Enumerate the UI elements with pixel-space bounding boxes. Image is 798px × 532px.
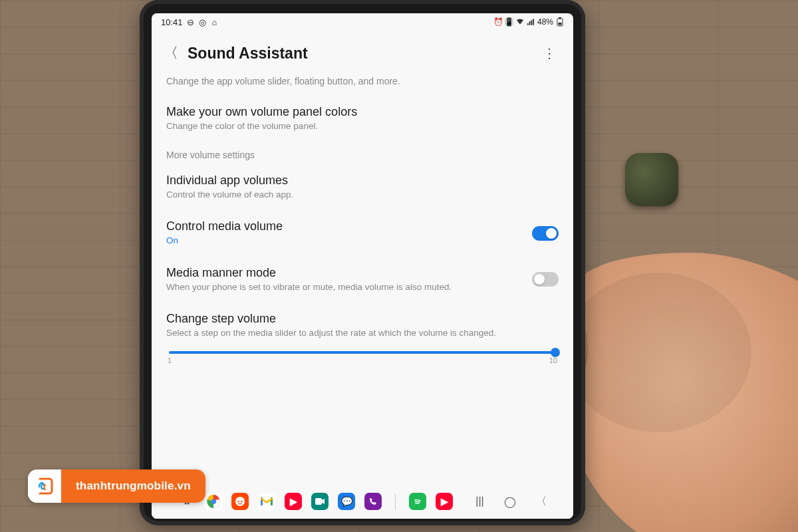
svg-rect-9 [315,498,322,505]
row-subtitle: Select a step on the media slider to adj… [166,327,559,339]
row-title: Make your own volume panel colors [166,105,559,119]
back-button[interactable]: 〈 [164,43,178,63]
truncated-row-text: Change the app volume slider, floating b… [166,73,559,96]
tablet-device: 10:41 ⊖ ◎ ⌂ ⏰ 📳 48% 〈 [140,0,585,525]
dock-duo-icon[interactable] [311,493,329,510]
section-header-more-volume: More volume settings [166,142,559,164]
nav-recents-button[interactable]: ||| [475,495,483,507]
watermark: t thanhtrungmobile.vn [28,469,205,503]
row-subtitle: Change the color of the volume panel. [166,120,559,132]
svg-point-7 [238,501,239,502]
dock-reddit-icon[interactable] [231,493,249,510]
row-title: Media manner mode [166,266,519,280]
dock-spotify-icon[interactable] [409,493,426,510]
app-header: 〈 Sound Assistant ⋮ [152,31,573,73]
watermark-logo: t [28,469,61,503]
step-volume-slider[interactable] [169,351,556,354]
taskbar: ⠿ ▶ 💬 ▶ ||| ◯ [152,484,573,519]
dock-chrome-icon[interactable] [205,493,222,510]
dock-youtube-recent-icon[interactable]: ▶ [436,493,453,510]
status-battery: 48% [537,17,553,27]
row-title: Change step volume [166,312,559,326]
svg-point-0 [565,273,751,432]
row-subtitle: When your phone is set to vibrate or mut… [166,281,519,293]
watermark-text: thanhtrungmobile.vn [61,469,205,503]
row-change-step-volume: Change step volume Select a step on the … [166,303,559,368]
slider-thumb[interactable] [551,348,560,357]
nav-back-button[interactable]: 〈 [536,495,547,509]
status-bar: 10:41 ⊖ ◎ ⌂ ⏰ 📳 48% [152,13,573,31]
row-control-media-volume[interactable]: Control media volume On [166,210,559,256]
earbud-case [625,153,678,206]
screen: 10:41 ⊖ ◎ ⌂ ⏰ 📳 48% 〈 [152,13,573,519]
row-subtitle: Control the volume of each app. [166,189,559,201]
overflow-menu-button[interactable]: ⋮ [537,43,561,64]
settings-list[interactable]: Change the app volume slider, floating b… [152,73,573,484]
slider-max-label: 10 [549,356,557,364]
status-battery-icon [556,18,564,26]
status-dnd-icon: ⊖ [187,18,195,26]
status-signal-icon [527,18,535,26]
svg-rect-3 [559,23,562,25]
status-record-icon: ◎ [199,18,207,26]
dock-viber-icon[interactable] [364,493,382,510]
slider-min-label: 1 [168,356,172,364]
row-title: Individual app volumes [166,174,559,188]
svg-text:t: t [43,481,47,492]
status-home-icon: ⌂ [211,18,219,26]
dock-gmail-icon[interactable] [258,493,275,510]
page-title: Sound Assistant [188,45,537,63]
svg-point-8 [241,501,243,502]
svg-point-6 [235,497,245,506]
row-subtitle: On [166,235,519,247]
toggle-media-manner[interactable] [532,272,559,287]
row-individual-app-volumes[interactable]: Individual app volumes Control the volum… [166,164,559,210]
status-vibrate-icon: 📳 [505,18,513,26]
status-time: 10:41 [161,17,183,27]
row-title: Control media volume [166,219,519,233]
dock-youtube-icon[interactable]: ▶ [285,493,302,510]
row-media-manner-mode[interactable]: Media manner mode When your phone is set… [166,257,559,303]
status-wifi-icon [516,18,524,26]
row-volume-panel-colors[interactable]: Make your own volume panel colors Change… [166,96,559,142]
dock-divider [395,493,396,509]
nav-home-button[interactable]: ◯ [504,495,516,508]
svg-rect-2 [559,17,561,19]
dock-messages-icon[interactable]: 💬 [338,493,355,510]
toggle-control-media[interactable] [532,226,559,241]
status-alarm-icon: ⏰ [495,18,503,26]
